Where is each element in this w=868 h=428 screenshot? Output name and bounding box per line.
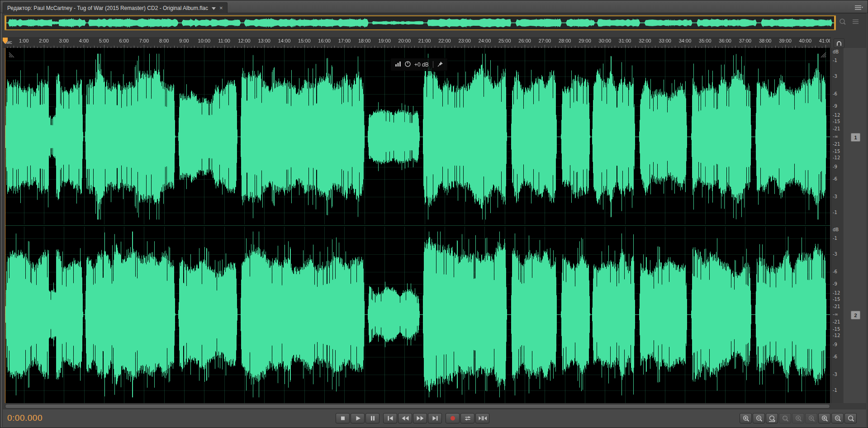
db-scale-label: -3	[831, 252, 843, 257]
db-scale-label: -3	[831, 372, 843, 377]
skip-end-icon	[429, 414, 441, 422]
db-scale-label: -9	[831, 164, 843, 170]
grip-icon[interactable]	[820, 52, 827, 58]
db-scale-label: -6	[831, 91, 843, 97]
db-scale-label: -15	[831, 119, 843, 124]
magnet-snap-button[interactable]	[834, 38, 844, 48]
db-scale-label: -3	[831, 74, 843, 79]
overview-strip[interactable]	[5, 15, 836, 30]
close-icon[interactable]: ×	[219, 5, 223, 11]
audition-window: Редактор: Paul McCartney - Tug of War (2…	[0, 0, 868, 428]
db-scale-label: -21	[831, 319, 843, 325]
tabbar: Редактор: Paul McCartney - Tug of War (2…	[0, 0, 868, 13]
db-scale-label: -∞	[831, 312, 843, 317]
zoom-to-selection-button	[779, 413, 791, 423]
overview-side-icons	[839, 18, 860, 27]
zoom-in-at-out-point-button	[805, 413, 817, 423]
db-scale-label: -3	[831, 194, 843, 200]
skip-to-start-button[interactable]	[383, 413, 397, 423]
levels-icon	[395, 61, 401, 68]
zoom-in-at-in-point-button	[792, 413, 804, 423]
zoom-out-time-button[interactable]	[753, 413, 765, 423]
scrollbar-thumb[interactable]	[5, 404, 830, 408]
hud-divider	[433, 61, 433, 68]
pause-icon	[367, 414, 379, 422]
zoom-in-time-button[interactable]	[740, 413, 752, 423]
db-scale-label: -12	[831, 155, 843, 161]
fast-forward-button[interactable]	[413, 413, 427, 423]
db-scale-label: -1	[831, 388, 843, 393]
magnet-snap-icon	[836, 40, 842, 46]
skip-to-end-button[interactable]	[428, 413, 442, 423]
skip-start-icon	[384, 414, 396, 422]
volume-knob-icon[interactable]	[404, 61, 411, 69]
db-scale-label: dB	[831, 227, 843, 233]
reset-zoom-button[interactable]	[844, 413, 857, 423]
statusbar: 0:00.000	[3, 409, 866, 428]
magnifier-icon[interactable]	[839, 18, 847, 27]
horizontal-scrollbar[interactable]	[5, 404, 830, 409]
db-scale-label: -9	[831, 281, 843, 287]
waveform-canvas[interactable]	[5, 48, 830, 403]
db-scale-label: -21	[831, 304, 843, 309]
stop-icon	[337, 414, 349, 422]
db-scale-label: -12	[831, 290, 843, 296]
record-button[interactable]	[446, 413, 460, 423]
overview-right-handle[interactable]	[834, 16, 836, 29]
db-scale-label: -9	[831, 342, 843, 347]
db-scale-label: -9	[831, 104, 843, 109]
zoom-out-full-button[interactable]	[766, 413, 778, 423]
overview-waveform-canvas[interactable]	[6, 16, 834, 29]
grip-icon[interactable]	[8, 52, 15, 58]
panel-menu-icon[interactable]	[855, 4, 863, 12]
overview-left-handle[interactable]	[5, 16, 6, 29]
rewind-icon	[399, 414, 411, 422]
ffwd-icon	[414, 414, 426, 422]
db-scale-label: -21	[831, 126, 843, 132]
db-scale-label: -21	[831, 142, 843, 147]
skip-sel-icon	[477, 414, 489, 422]
editor-tab[interactable]: Редактор: Paul McCartney - Tug of War (2…	[3, 2, 228, 13]
zoom-controls	[739, 413, 857, 423]
play-icon	[352, 414, 364, 422]
pause-button[interactable]	[365, 413, 379, 423]
db-scale-label: -6	[831, 176, 843, 182]
stop-button[interactable]	[336, 413, 350, 423]
loop-icon	[462, 414, 474, 422]
channel-column: 1 2	[844, 48, 866, 403]
channel-1-badge[interactable]: 1	[851, 133, 860, 142]
time-display[interactable]: 0:00.000	[7, 413, 43, 423]
db-scale-label: dB	[831, 49, 843, 55]
db-scale-label: -15	[831, 149, 843, 154]
db-scale-label: -6	[831, 354, 843, 360]
loop-playback-button[interactable]	[460, 413, 474, 423]
db-scale-label: -12	[831, 333, 843, 338]
db-scale-label: -15	[831, 327, 843, 332]
zoom-out-amplitude-button[interactable]	[831, 413, 844, 423]
rewind-button[interactable]	[398, 413, 412, 423]
zoom-in-amplitude-button[interactable]	[818, 413, 830, 423]
amplitude-scale[interactable]: dB-1-1-3-3-6-6-9-9-12-12-15-15-21-21-∞dB…	[831, 48, 843, 403]
channel-2-badge[interactable]: 2	[851, 311, 860, 319]
db-scale-label: -1	[831, 210, 843, 215]
pin-icon[interactable]	[437, 61, 443, 68]
db-scale-label: -15	[831, 297, 843, 302]
chevron-down-icon[interactable]	[212, 5, 216, 11]
transport-controls	[335, 413, 490, 423]
tab-title: Редактор: Paul McCartney - Tug of War (2…	[7, 5, 208, 11]
timeline-ruler[interactable]	[5, 37, 830, 48]
volume-hud[interactable]: +0 dB	[390, 58, 448, 71]
play-button[interactable]	[351, 413, 365, 423]
skip-selection-button[interactable]	[475, 413, 489, 423]
db-scale-label: -6	[831, 269, 843, 275]
record-icon	[447, 414, 459, 422]
db-scale-label: -12	[831, 113, 843, 118]
hud-volume-value[interactable]: +0 dB	[414, 62, 429, 68]
db-scale-label: -∞	[831, 134, 843, 139]
panel-options-icon[interactable]	[853, 18, 860, 27]
db-scale-label: -1	[831, 236, 843, 241]
db-scale-label: -1	[831, 58, 843, 63]
